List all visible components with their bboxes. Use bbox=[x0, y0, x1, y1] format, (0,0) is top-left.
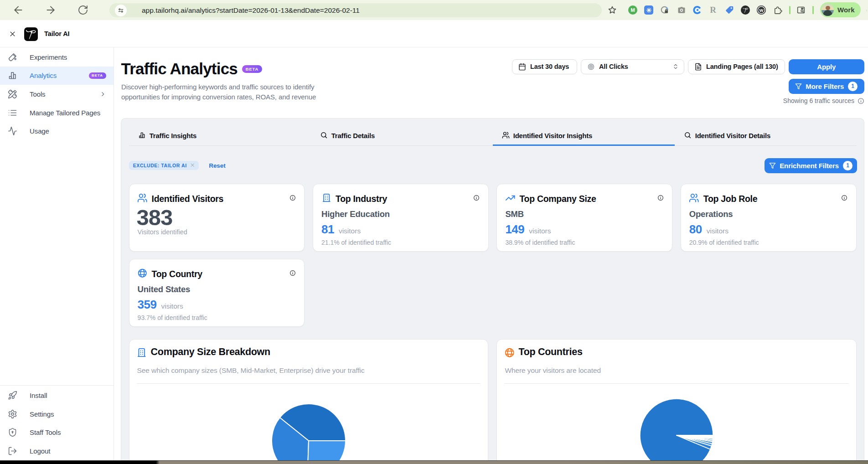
side-panel-icon[interactable] bbox=[796, 5, 806, 15]
bookmark-star-icon[interactable] bbox=[608, 5, 617, 15]
reset-link[interactable]: Reset bbox=[209, 162, 225, 169]
enrichment-count-badge: 1 bbox=[843, 161, 852, 170]
globe-icon bbox=[504, 347, 515, 358]
toolbar-separator bbox=[789, 6, 790, 15]
building-icon bbox=[321, 193, 332, 203]
shield-icon bbox=[8, 428, 17, 437]
brand-name: Tailor AI bbox=[44, 30, 70, 37]
extension-tailor-icon[interactable] bbox=[741, 5, 750, 15]
top-countries-pie-chart bbox=[637, 396, 716, 460]
card-top-company-size: Top Company Size SMB 149visitors 38.9% o… bbox=[496, 184, 672, 251]
sidebar-item-staff-tools[interactable]: Staff Tools bbox=[0, 423, 114, 442]
sources-note: Showing 6 traffic sources bbox=[783, 97, 864, 104]
building-icon bbox=[136, 347, 147, 358]
more-filters-button[interactable]: More Filters 1 bbox=[789, 79, 864, 94]
sidebar-item-usage[interactable]: Usage bbox=[0, 122, 114, 140]
main-content: Traffic Analytics BETA Discover high-per… bbox=[114, 47, 868, 460]
bar-chart-icon bbox=[138, 131, 146, 139]
card-top-industry: Top Industry Higher Education 81visitors… bbox=[313, 184, 489, 251]
page-title: Traffic Analytics bbox=[121, 60, 238, 78]
card-company-size-breakdown: Company Size Breakdown See which company… bbox=[129, 339, 488, 460]
extension-r-icon[interactable]: R bbox=[708, 5, 718, 15]
sidebar: Experiments Analytics BETA Tools Manage … bbox=[0, 47, 114, 460]
target-icon bbox=[587, 63, 595, 71]
extension-settings-icon[interactable] bbox=[644, 5, 653, 15]
trending-up-icon bbox=[505, 193, 516, 203]
rocket-icon bbox=[8, 391, 17, 400]
users-icon bbox=[137, 193, 148, 203]
close-icon[interactable] bbox=[9, 31, 16, 37]
click-filter-select[interactable]: All Clicks bbox=[581, 59, 684, 74]
sidebar-item-experiments[interactable]: Experiments bbox=[0, 48, 114, 67]
extension-camera-icon[interactable] bbox=[677, 5, 686, 15]
bar-chart-icon bbox=[8, 71, 17, 80]
info-icon[interactable] bbox=[657, 195, 664, 201]
date-range-button[interactable]: Last 30 days bbox=[512, 59, 577, 74]
activity-icon bbox=[8, 126, 17, 136]
extension-lock-icon[interactable] bbox=[660, 5, 669, 15]
browser-toolbar: app.tailorhq.ai/analytics?startDate=2026… bbox=[0, 0, 868, 20]
globe-icon bbox=[137, 268, 148, 278]
info-icon[interactable] bbox=[858, 98, 864, 104]
card-top-country: Top Country United States 359visitors 93… bbox=[129, 259, 305, 326]
card-top-countries: Top Countries Where your visitors are lo… bbox=[496, 339, 857, 460]
desktop-edge bbox=[0, 460, 868, 464]
card-divider bbox=[504, 383, 849, 384]
profile-chip[interactable]: Work bbox=[820, 2, 861, 17]
tab-section: Traffic Insights Traffic Details Identif… bbox=[121, 118, 864, 461]
extension-w-icon[interactable]: W bbox=[757, 5, 766, 15]
chevrons-up-down-icon bbox=[672, 63, 679, 70]
file-text-icon bbox=[694, 63, 702, 71]
gear-icon bbox=[8, 409, 17, 419]
funnel-icon bbox=[795, 83, 802, 90]
filter-count-badge: 1 bbox=[848, 82, 858, 91]
info-icon[interactable] bbox=[289, 270, 296, 276]
extensions-puzzle-icon[interactable] bbox=[773, 5, 782, 15]
extension-c-icon[interactable] bbox=[692, 5, 702, 15]
forward-icon[interactable] bbox=[45, 4, 57, 16]
company-size-pie-chart bbox=[269, 402, 348, 460]
enrichment-filters-button[interactable]: Enrichment Filters 1 bbox=[765, 158, 857, 174]
sidebar-item-manage-pages[interactable]: Manage Tailored Pages bbox=[0, 103, 114, 122]
sidebar-item-logout[interactable]: Logout bbox=[0, 442, 114, 460]
card-divider bbox=[137, 383, 480, 384]
exclude-filter-chip[interactable]: EXCLUDE: TAILOR AI bbox=[129, 161, 199, 170]
tab-traffic-details[interactable]: Traffic Details bbox=[311, 119, 493, 145]
info-icon[interactable] bbox=[841, 195, 847, 201]
sidebar-item-analytics[interactable]: Analytics BETA bbox=[0, 67, 114, 85]
pages-filter-button[interactable]: Landing Pages (all 130) bbox=[688, 59, 785, 74]
page-subtitle: Discover high-performing keywords and tr… bbox=[121, 82, 326, 102]
search-icon bbox=[684, 131, 692, 139]
users-icon bbox=[689, 193, 699, 203]
list-icon bbox=[8, 108, 17, 118]
tailor-logo[interactable] bbox=[24, 27, 38, 41]
extension-m-icon[interactable]: M bbox=[628, 5, 637, 15]
info-icon[interactable] bbox=[289, 195, 296, 201]
sidebar-item-settings[interactable]: Settings bbox=[0, 405, 114, 423]
beta-badge: BETA bbox=[89, 72, 106, 79]
sidebar-divider bbox=[0, 385, 114, 386]
extension-tag-icon[interactable] bbox=[725, 5, 734, 15]
sidebar-item-install[interactable]: Install bbox=[0, 387, 114, 405]
tab-identified-visitor-insights[interactable]: Identified Visitor Insights bbox=[493, 119, 675, 145]
info-icon[interactable] bbox=[473, 195, 480, 201]
site-settings-icon[interactable] bbox=[115, 5, 127, 16]
card-identified-visitors: Identified Visitors 383 Visitors identif… bbox=[129, 184, 305, 251]
pencil-ruler-icon bbox=[8, 89, 17, 99]
apply-button[interactable]: Apply bbox=[789, 59, 864, 74]
remove-filter-icon[interactable] bbox=[190, 163, 195, 168]
back-icon[interactable] bbox=[12, 4, 24, 16]
tab-identified-visitor-details[interactable]: Identified Visitor Details bbox=[675, 119, 857, 145]
url-bar[interactable]: app.tailorhq.ai/analytics?startDate=2026… bbox=[109, 3, 602, 17]
app-topbar: Tailor AI bbox=[0, 20, 868, 47]
sidebar-item-tools[interactable]: Tools bbox=[0, 85, 114, 103]
tab-traffic-insights[interactable]: Traffic Insights bbox=[129, 119, 311, 145]
funnel-icon bbox=[769, 162, 776, 169]
reload-icon[interactable] bbox=[78, 5, 88, 15]
calendar-icon bbox=[518, 63, 526, 71]
browser-menu-icon[interactable] bbox=[866, 7, 868, 14]
url-text[interactable]: app.tailorhq.ai/analytics?startDate=2026… bbox=[142, 6, 360, 15]
card-top-job-role: Top Job Role Operations 80visitors 20.9%… bbox=[681, 184, 857, 251]
avatar bbox=[822, 4, 834, 16]
app-window: Tailor AI Experiments Analytics BETA Too… bbox=[0, 20, 868, 460]
